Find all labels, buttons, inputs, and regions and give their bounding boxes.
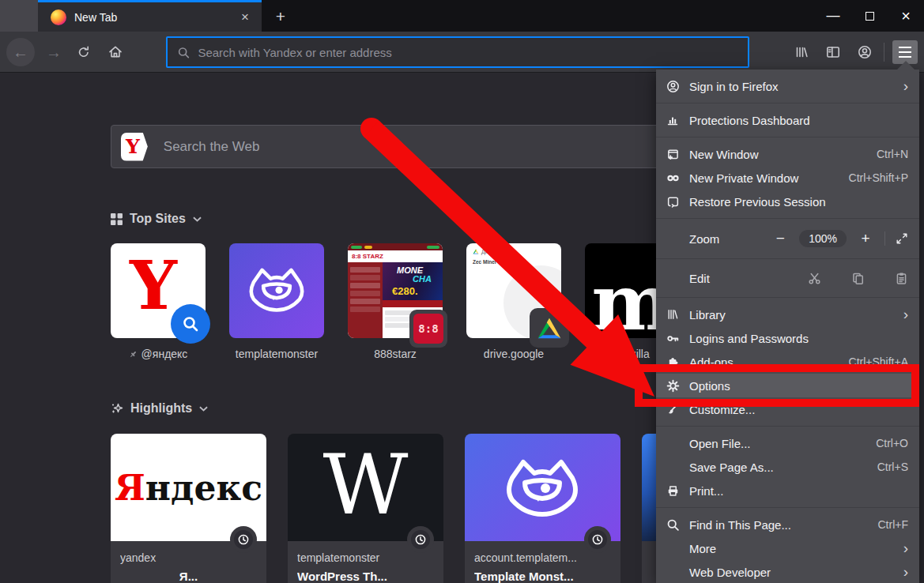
new-tab-button[interactable]: + [269,6,292,27]
menu-item-more[interactable]: More › [656,536,919,560]
top-site-drive-google[interactable]: Диск Zec Miner [466,243,561,338]
home-icon [107,44,123,60]
zoom-label: Zoom [689,232,719,246]
print-icon [666,484,680,498]
highlights-header[interactable]: Highlights [111,401,208,416]
yandex-logo-red: Я [115,468,145,508]
menu-item-find-in-this-page[interactable]: Find in This Page... Ctrl+F [656,513,919,536]
address-input[interactable] [198,46,738,59]
highlight-title: Template Monst... [474,570,611,583]
library-button[interactable] [786,36,817,68]
page-search-bar[interactable]: Y [111,125,749,168]
highlight-domain: account.templatem... [474,551,611,564]
zoom-level-button[interactable]: 100% [799,230,847,247]
yandex-logo-black: ндекс [145,468,262,508]
reload-button[interactable] [68,36,100,68]
app-menu-panel: Sign in to Firefox › Protections Dashboa… [656,70,919,583]
wordpress-letter: W [323,444,409,527]
highlight-templatemonster[interactable]: W templatemonster WordPress Th... [288,434,443,583]
top-site-888starz[interactable]: 8:8 STARZ MONE CHA [348,243,443,338]
menu-panel-arrow [897,61,915,70]
zoom-in-button[interactable]: + [857,230,874,247]
888starz-logo: 8:8 STARZ [352,253,383,260]
fullscreen-icon[interactable] [896,232,908,245]
chevron-down-icon [193,216,202,222]
clock-badge-icon [230,526,257,553]
forward-button[interactable]: → [38,36,70,68]
menu-separator [656,218,919,219]
menu-item-protections-dashboard[interactable]: Protections Dashboard [656,108,919,132]
firefox-icon [51,9,66,25]
top-site-label-drive: drive.google [465,348,563,360]
highlight-domain: templatemonster [297,551,434,564]
tab-new-tab[interactable]: New Tab × [38,0,262,32]
back-button[interactable]: ← [6,38,35,66]
menu-zoom-row: Zoom − 100% + [656,224,919,254]
library-icon [794,44,809,60]
highlight-title: Я... [120,570,257,583]
minimize-button[interactable]: — [815,0,851,32]
highlight-domain: yandex [120,551,257,564]
top-sites-label: Top Sites [130,212,186,226]
clock-badge-icon [584,526,611,553]
zoom-out-button[interactable]: − [771,230,789,247]
owl-logo-icon [240,259,313,322]
menu-separator [656,507,919,508]
sidebar-button[interactable] [817,36,849,68]
library-icon [666,308,679,321]
grid-icon [111,213,123,225]
menu-item-sign-in[interactable]: Sign in to Firefox › [656,74,919,98]
drive-badge-icon [530,308,569,348]
close-button[interactable]: × [888,0,924,32]
chevron-right-icon: › [903,80,908,92]
top-site-templatemonster[interactable] [229,243,324,338]
chevron-right-icon: › [903,542,908,554]
tab-close-icon[interactable]: × [236,9,254,25]
menu-item-new-private-window[interactable]: New Private Window Ctrl+Shift+P [656,166,919,190]
menu-item-print[interactable]: Print... [656,479,919,502]
toolbar-separator [884,43,884,62]
home-button[interactable] [100,36,131,68]
owl-logo-icon [495,448,590,530]
menu-item-new-window[interactable]: New Window Ctrl+N [656,142,919,166]
yandex-logo-icon: Y [121,133,148,161]
menu-item-restore-previous-session[interactable]: Restore Previous Session [656,190,919,213]
new-window-icon [666,148,680,161]
menu-item-web-developer[interactable]: Web Developer › [656,560,919,583]
account-icon [857,44,873,60]
chevron-down-icon [199,406,208,412]
menu-separator [656,297,919,298]
highlight-account-templatemonster[interactable]: account.templatem... Template Monst... [465,434,620,583]
menu-item-library[interactable]: Library › [656,303,919,326]
titlebar: New Tab × + — × [0,0,924,32]
search-badge-icon [171,304,210,344]
key-icon [666,332,680,345]
pin-icon [129,350,138,359]
top-site-yandex[interactable]: Y [111,243,206,338]
copy-icon[interactable] [851,272,865,285]
account-button[interactable] [849,36,881,68]
search-icon [177,46,190,59]
maximize-button[interactable] [851,0,888,32]
address-bar[interactable] [166,36,749,68]
menu-item-logins-and-passwords[interactable]: Logins and Passwords [656,326,919,350]
drive-line2: Zec Miner [473,259,496,265]
clock-badge-icon [407,526,434,553]
protections-icon [666,114,679,126]
maximize-icon [866,12,874,21]
888-badge-text: 8:8 [413,314,443,344]
page-search-input[interactable] [164,139,739,155]
account-icon [666,80,680,93]
window-controls: — × [815,0,924,32]
menu-item-open-file[interactable]: Open File... Ctrl+O [656,431,919,455]
banner-amount: €280. [392,285,418,297]
chevron-right-icon: › [903,308,908,320]
cut-icon[interactable] [808,272,821,285]
chevron-right-icon: › [903,566,908,577]
drive-mini-icon [473,249,479,254]
top-sites-header[interactable]: Top Sites [111,212,202,226]
paste-icon[interactable] [895,272,908,285]
highlight-yandex[interactable]: Яндекс yandex Я... [111,434,266,583]
888-badge-icon: 8:8 [409,310,447,348]
menu-item-save-page-as[interactable]: Save Page As... Ctrl+S [656,455,919,479]
